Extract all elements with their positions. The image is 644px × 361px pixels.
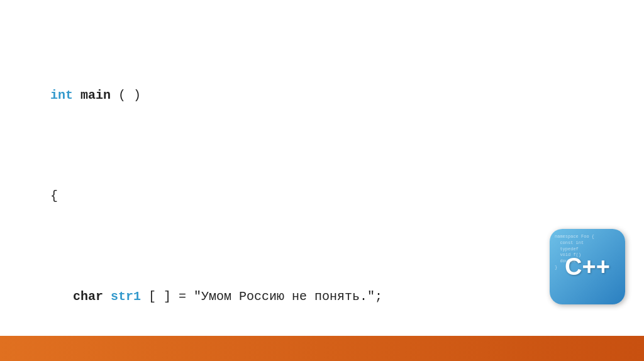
keyword-char: char <box>73 289 103 304</box>
keyword-main: main <box>80 88 111 103</box>
bottom-bar <box>0 336 644 361</box>
code-text: ( ) <box>111 88 141 103</box>
slide-content: int main ( ) { char str1 [ ] = "Умом Рос… <box>0 0 644 336</box>
keyword-int: int <box>50 88 73 103</box>
code-line-3: char str1 [ ] = "Умом Россию не понять."… <box>50 287 594 307</box>
code-text: { <box>50 189 58 203</box>
code-text <box>73 88 80 103</box>
code-text <box>50 289 73 304</box>
cpp-logo-text: C++ <box>565 253 610 280</box>
code-text <box>103 289 111 304</box>
cpp-logo-container: namespace Foo { const int typedef void f… <box>550 229 625 304</box>
code-block: int main ( ) { char str1 [ ] = "Умом Рос… <box>50 25 594 361</box>
code-line-2: { <box>50 186 594 206</box>
cpp-logo-bg: namespace Foo { const int typedef void f… <box>550 229 625 304</box>
var-str1: str1 <box>111 289 141 304</box>
code-line-1: int main ( ) <box>50 86 594 106</box>
code-text: [ ] = "Умом Россию не понять."; <box>141 289 382 304</box>
